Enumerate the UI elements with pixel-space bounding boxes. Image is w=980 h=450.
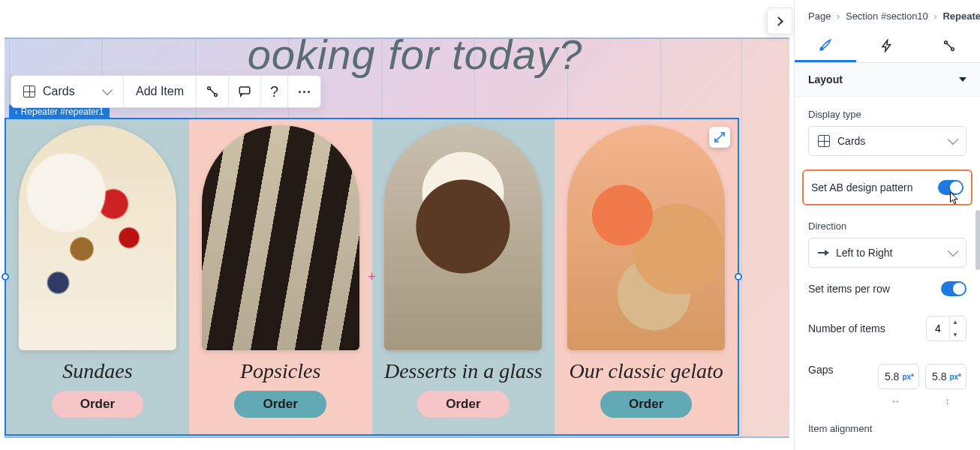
- card-image: [19, 125, 176, 350]
- svg-point-0: [208, 87, 211, 90]
- brush-icon: [818, 38, 833, 52]
- element-toolbar: Cards Add Item ?: [11, 75, 321, 108]
- stepper-up[interactable]: ▲: [950, 316, 960, 328]
- display-type-value: Cards: [837, 135, 865, 147]
- grid-icon: [818, 135, 830, 147]
- gaps-label: Gaps: [808, 364, 833, 376]
- inspector-panel: Page › Section #section10 › Repeater Lay…: [794, 0, 980, 450]
- card-title: Popsicles: [240, 359, 320, 383]
- number-items-label: Number of items: [808, 322, 885, 334]
- repeater-item[interactable]: Sundaes Order: [6, 119, 189, 434]
- display-type-dropdown[interactable]: Cards: [808, 126, 966, 156]
- layout-section-header[interactable]: Layout: [795, 63, 980, 97]
- repeater-item[interactable]: Our classic gelato Order: [555, 119, 738, 434]
- card-title: Our classic gelato: [569, 359, 723, 383]
- chevron-right-icon: [774, 16, 783, 26]
- svg-point-3: [820, 47, 822, 50]
- order-button[interactable]: Order: [52, 391, 143, 418]
- horizontal-gap-icon: ↔: [891, 395, 900, 406]
- gap-unit: px*: [902, 373, 914, 381]
- display-type-select[interactable]: Cards: [11, 76, 124, 107]
- display-type-label: Display type: [808, 109, 966, 120]
- resize-handle-left[interactable]: [2, 273, 9, 280]
- collapse-icon: [959, 77, 966, 82]
- ab-pattern-label: Set AB design pattern: [811, 182, 912, 194]
- inspector-tabs: [795, 29, 980, 63]
- repeater-tag-label: Repeater #repeater1: [21, 106, 104, 117]
- cursor-icon: [947, 190, 960, 207]
- ab-pattern-row-highlight: Set AB design pattern: [802, 170, 972, 206]
- items-per-row-label: Set items per row: [808, 283, 890, 295]
- add-item-label: Add Item: [136, 85, 184, 98]
- item-alignment-label: Item alignment: [808, 423, 966, 434]
- crumb-current: Repeater: [942, 10, 980, 22]
- more-action[interactable]: [288, 76, 320, 107]
- resize-handle-right[interactable]: [735, 273, 742, 280]
- breadcrumb[interactable]: Page › Section #section10 › Repeater: [795, 0, 980, 29]
- grid-icon: [23, 86, 35, 98]
- svg-point-1: [215, 94, 218, 97]
- svg-rect-2: [239, 87, 250, 94]
- settings-action[interactable]: [197, 76, 229, 107]
- repeater-item[interactable]: Popsicles Order: [189, 119, 372, 434]
- arrow-right-icon: [818, 252, 828, 254]
- chevron-down-icon: [102, 85, 113, 95]
- tab-interactions[interactable]: [856, 29, 918, 62]
- direction-value: Left to Right: [836, 247, 893, 259]
- card-title: Desserts in a glass: [384, 359, 543, 383]
- crumb-section[interactable]: Section #section10: [846, 10, 928, 22]
- expand-icon: [714, 131, 726, 143]
- more-icon: [299, 90, 310, 94]
- svg-point-4: [944, 41, 947, 44]
- gap-v-value: 5.8: [932, 370, 946, 382]
- add-item-button[interactable]: Add Item: [124, 76, 197, 107]
- panel-collapse-button[interactable]: [767, 8, 792, 34]
- order-button[interactable]: Order: [234, 391, 326, 418]
- card-title: Sundaes: [62, 359, 132, 383]
- chevron-left-icon: ‹: [15, 107, 18, 116]
- repeater-selection[interactable]: + Sundaes Order Popsicles Order Desserts…: [5, 118, 739, 436]
- chevron-down-icon: [948, 246, 958, 256]
- expand-button[interactable]: [709, 127, 730, 148]
- display-type-label: Cards: [43, 85, 75, 98]
- card-image: [202, 125, 359, 350]
- order-button[interactable]: Order: [417, 391, 509, 418]
- bolt-icon: [880, 39, 894, 52]
- tab-design[interactable]: [795, 29, 856, 62]
- gap-h-value: 5.8: [885, 370, 899, 382]
- chevron-down-icon: [948, 134, 958, 145]
- tab-settings[interactable]: [918, 29, 980, 62]
- vertical-gap-icon: ↕: [945, 395, 951, 406]
- canvas: ooking for today? Cards Add Item ?: [0, 0, 794, 450]
- center-indicator: +: [368, 269, 376, 285]
- direction-label: Direction: [808, 220, 966, 232]
- card-image: [567, 125, 725, 350]
- number-items-input[interactable]: ▲ ▼: [926, 316, 966, 341]
- connector-icon: [942, 39, 956, 52]
- connector-icon: [206, 85, 219, 98]
- card-image: [384, 125, 542, 350]
- help-icon: ?: [270, 83, 278, 100]
- crumb-page[interactable]: Page: [808, 10, 831, 22]
- gap-vertical-input[interactable]: 5.8 px*: [925, 364, 966, 389]
- order-button[interactable]: Order: [600, 391, 692, 418]
- comment-icon: [238, 85, 251, 98]
- comment-action[interactable]: [229, 76, 261, 107]
- section-heading: ooking for today?: [5, 38, 789, 79]
- number-items-field[interactable]: [927, 322, 949, 334]
- items-per-row-toggle[interactable]: [941, 281, 966, 296]
- gap-unit: px*: [949, 373, 961, 381]
- svg-point-5: [951, 48, 954, 51]
- direction-dropdown[interactable]: Left to Right: [808, 238, 966, 268]
- help-action[interactable]: ?: [261, 76, 288, 107]
- scrollbar-thumb[interactable]: [975, 210, 980, 270]
- gap-horizontal-input[interactable]: 5.8 px*: [878, 364, 919, 389]
- repeater-item[interactable]: Desserts in a glass Order: [372, 119, 555, 434]
- layout-title: Layout: [808, 74, 843, 86]
- stepper-down[interactable]: ▼: [950, 328, 960, 341]
